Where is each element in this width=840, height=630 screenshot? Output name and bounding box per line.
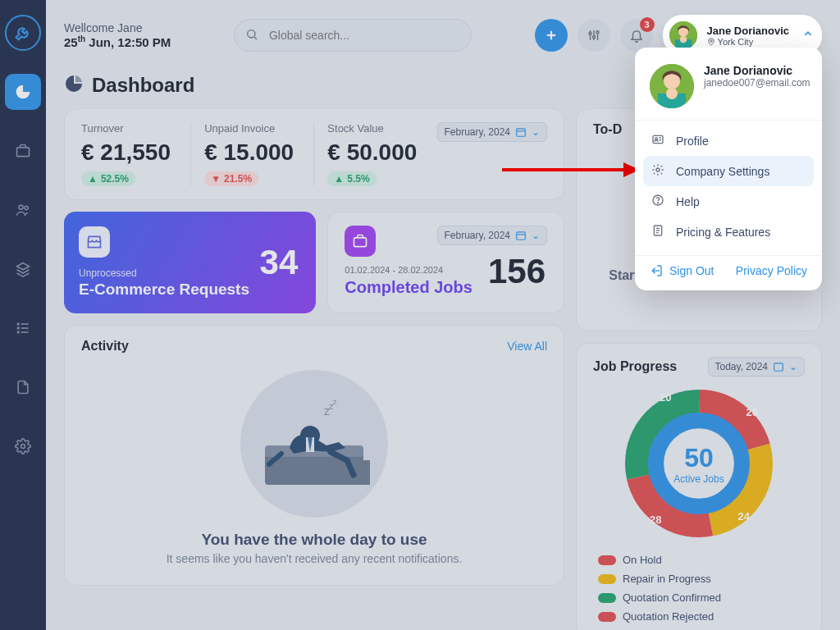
- dropdown-user-name: Jane Dorianovic: [704, 64, 810, 77]
- svg-point-1: [19, 205, 23, 209]
- unpaid-label: Unpaid Invoice: [204, 122, 300, 135]
- user-name: Jane Dorianovic: [707, 25, 789, 37]
- stock-delta: ▲ 5.5%: [327, 171, 376, 186]
- dashboard-icon: [64, 74, 84, 97]
- svg-rect-51: [653, 135, 663, 143]
- ecommerce-card[interactable]: 34 Unprocessed E-Commerce Requests: [64, 212, 316, 313]
- gear-icon: [651, 163, 666, 179]
- svg-point-50: [666, 88, 678, 99]
- svg-line-11: [254, 37, 257, 39]
- active-jobs-count: 50: [673, 443, 724, 473]
- document-icon: [651, 224, 666, 240]
- svg-point-55: [656, 168, 660, 171]
- unpaid-delta: ▼ 21.5%: [204, 171, 258, 186]
- legend-on-hold: On Hold: [598, 554, 805, 566]
- ecommerce-sub: Unprocessed: [79, 267, 301, 279]
- donut-seg-3: 24: [738, 510, 750, 523]
- filter-button[interactable]: [578, 19, 610, 52]
- user-dropdown: Jane Dorianovic janedoe007@email.com Pro…: [635, 48, 822, 290]
- jobs-period-selector[interactable]: February, 2024 ⌄: [437, 226, 548, 245]
- nav-people[interactable]: [5, 192, 41, 228]
- svg-point-17: [592, 36, 595, 39]
- svg-rect-32: [355, 460, 370, 485]
- dropdown-user-email: janedoe007@email.com: [704, 77, 810, 89]
- menu-help[interactable]: Help: [643, 186, 814, 217]
- nav-dashboard[interactable]: [5, 74, 41, 110]
- activity-title: Activity: [81, 339, 129, 354]
- svg-point-24: [710, 39, 712, 42]
- dropdown-avatar: [650, 64, 694, 108]
- help-icon: [651, 194, 666, 209]
- chevron-up-icon: [802, 28, 814, 43]
- svg-rect-25: [517, 129, 526, 136]
- stock-label: Stock Value: [327, 122, 423, 135]
- sidebar: [0, 0, 46, 630]
- greeting-text: Wellcome Jane: [64, 21, 171, 34]
- svg-text:z: z: [333, 398, 337, 406]
- svg-point-3: [17, 323, 19, 325]
- nav-settings[interactable]: [5, 428, 41, 464]
- turnover-value: € 21,550: [81, 139, 177, 166]
- legend-quot-rejected: Quotation Rejected: [598, 610, 805, 623]
- nav-list[interactable]: [5, 310, 41, 346]
- legend-quot-confirmed: Quotation Confirmed: [598, 591, 805, 604]
- progress-title: Job Progress: [593, 359, 677, 374]
- svg-point-19: [596, 31, 599, 34]
- menu-company-settings[interactable]: Company Settings: [643, 156, 814, 186]
- progress-period-selector[interactable]: Today, 2024 ⌄: [708, 357, 806, 377]
- donut-seg-2: 26: [746, 406, 758, 418]
- id-card-icon: [651, 133, 666, 148]
- nav-document[interactable]: [5, 369, 41, 405]
- jobs-count: 156: [488, 252, 546, 291]
- svg-rect-27: [517, 232, 526, 240]
- svg-point-9: [21, 445, 25, 449]
- page-title: Dashboard: [92, 74, 194, 97]
- view-all-link[interactable]: View All: [507, 340, 547, 353]
- activity-illustration: z z z: [240, 370, 388, 518]
- svg-point-57: [657, 203, 658, 203]
- completed-jobs-card[interactable]: February, 2024 ⌄ 156 01.02.2024 - 28.02.…: [327, 212, 564, 313]
- briefcase-icon: [345, 226, 376, 257]
- job-progress-card: Job Progress Today, 2024 ⌄ 20 26: [576, 343, 822, 630]
- active-jobs-label: Active Jobs: [673, 473, 724, 485]
- turnover-delta: ▲ 52.5%: [81, 171, 135, 186]
- activity-sub-text: It seems like you haven't received any r…: [81, 552, 547, 565]
- unpaid-value: € 15.000: [204, 139, 300, 166]
- svg-point-15: [589, 32, 591, 34]
- donut-seg-4: 28: [650, 514, 661, 526]
- annotation-arrow: [502, 158, 641, 182]
- notification-badge: 3: [640, 17, 655, 32]
- storefront-icon: [79, 226, 110, 258]
- nav-briefcase[interactable]: [5, 133, 41, 169]
- donut-chart: 20 26 24 28 50 Active Jobs: [617, 381, 781, 546]
- svg-point-2: [25, 206, 28, 209]
- svg-point-52: [655, 138, 658, 140]
- stock-value: € 50.000: [327, 139, 423, 166]
- stats-card: February, 2024 ⌄ Turnover € 21,550 ▲ 52.…: [64, 108, 564, 200]
- svg-point-5: [17, 327, 19, 329]
- menu-profile[interactable]: Profile: [643, 126, 814, 156]
- activity-card: Activity View All: [64, 325, 564, 586]
- privacy-policy-link[interactable]: Privacy Policy: [736, 264, 807, 277]
- svg-point-10: [248, 30, 255, 38]
- nav-layers[interactable]: [5, 251, 41, 287]
- activity-main-text: You have the whole day to use: [81, 531, 547, 549]
- donut-seg-1: 20: [660, 391, 671, 404]
- avatar: [668, 20, 699, 51]
- svg-rect-38: [774, 363, 783, 371]
- search-input[interactable]: [234, 19, 472, 52]
- todo-title: To-D: [593, 122, 622, 137]
- svg-point-7: [17, 331, 19, 333]
- menu-pricing[interactable]: Pricing & Features: [643, 217, 814, 247]
- svg-point-23: [679, 36, 687, 43]
- notifications-button[interactable]: 3: [620, 19, 653, 52]
- svg-rect-29: [354, 238, 367, 247]
- turnover-label: Turnover: [81, 122, 177, 135]
- legend-repair: Repair in Progress: [598, 573, 805, 585]
- add-button[interactable]: [535, 19, 568, 52]
- app-logo: [5, 15, 41, 51]
- sign-out-link[interactable]: Sign Out: [650, 264, 714, 277]
- search-icon: [245, 28, 258, 44]
- header-datetime: 25th Jun, 12:50 PM: [64, 34, 171, 49]
- stats-period-selector[interactable]: February, 2024 ⌄: [437, 122, 548, 142]
